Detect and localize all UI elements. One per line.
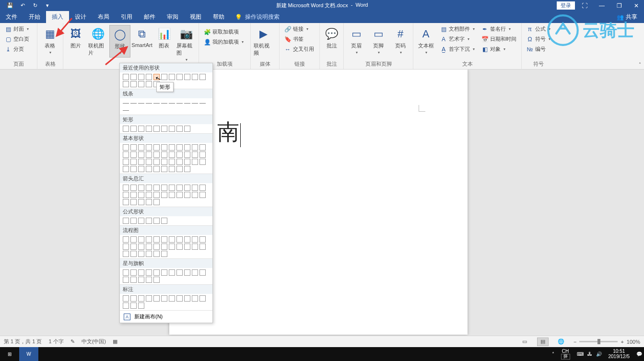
shape-option[interactable] [169, 236, 175, 243]
shape-option[interactable] [153, 144, 160, 151]
shape-option[interactable] [199, 144, 206, 151]
shape-option[interactable] [153, 159, 160, 165]
minimize-button[interactable]: — [594, 2, 609, 9]
shape-option[interactable] [184, 185, 190, 191]
tab-help[interactable]: 帮助 [207, 11, 230, 23]
word-count[interactable]: 1 个字 [48, 338, 63, 345]
shape-option[interactable] [176, 126, 183, 132]
shape-option[interactable] [192, 100, 198, 106]
shape-option[interactable] [161, 74, 167, 80]
shape-option[interactable] [161, 236, 167, 243]
shape-option[interactable] [123, 74, 129, 80]
number-button[interactable]: №编号 [525, 45, 552, 53]
language-indicator[interactable]: 中文(中国) [82, 338, 106, 345]
shape-option[interactable] [161, 126, 167, 132]
shape-option[interactable] [138, 74, 144, 80]
shapes-button[interactable]: ◯形状 [109, 25, 130, 58]
shape-option[interactable] [130, 303, 137, 309]
textbox-button[interactable]: A文本框 [415, 25, 436, 57]
shape-option[interactable] [138, 126, 144, 132]
shape-option[interactable] [169, 185, 175, 191]
shape-option[interactable] [123, 303, 129, 309]
shape-option[interactable] [123, 244, 129, 250]
chart-button[interactable]: 📊图表 [153, 25, 175, 51]
shape-option[interactable] [192, 192, 198, 198]
undo-button[interactable]: ↶ [19, 2, 26, 9]
my-addins-button[interactable]: 👤我的加载项 [202, 38, 246, 46]
shape-option[interactable] [146, 236, 152, 243]
shape-option[interactable] [130, 218, 137, 224]
shape-option[interactable] [138, 159, 144, 165]
shape-option[interactable] [130, 144, 137, 151]
shape-option[interactable] [130, 151, 137, 158]
shape-option[interactable] [123, 107, 129, 113]
page-break-button[interactable]: ⤓分页 [3, 45, 31, 53]
shape-option[interactable] [199, 100, 206, 106]
restore-button[interactable]: ❐ [611, 2, 627, 9]
shape-option[interactable] [192, 151, 198, 158]
link-button[interactable]: 🔗链接 [282, 25, 316, 33]
shape-option[interactable] [153, 126, 160, 132]
view-web-layout[interactable]: 🌐 [555, 338, 567, 346]
shape-option[interactable] [153, 192, 160, 198]
network-icon[interactable]: 🖧 [587, 351, 592, 357]
macro-indicator[interactable]: ▦ [113, 338, 117, 345]
shape-option[interactable] [130, 159, 137, 165]
document-area[interactable]: 南 [0, 70, 644, 347]
shape-option[interactable] [192, 144, 198, 151]
shape-option[interactable] [184, 236, 190, 243]
shape-option[interactable] [199, 192, 206, 198]
proofing-indicator[interactable]: ✎ [70, 338, 75, 345]
shape-option[interactable] [123, 269, 129, 276]
shape-option[interactable] [138, 144, 144, 151]
online-pictures-button[interactable]: 🌐联机图片 [87, 25, 108, 58]
shape-option[interactable] [199, 295, 206, 302]
shape-option[interactable] [130, 244, 137, 250]
shape-option[interactable] [123, 251, 129, 257]
shape-option[interactable] [153, 100, 160, 106]
tab-home[interactable]: 开始 [23, 11, 46, 23]
tab-design[interactable]: 设计 [69, 11, 92, 23]
table-button[interactable]: ▦ 表格 [39, 25, 60, 57]
shape-option[interactable] [176, 185, 183, 191]
shape-option[interactable] [146, 244, 152, 250]
tab-insert[interactable]: 插入 [46, 11, 69, 23]
tab-review[interactable]: 审阅 [161, 11, 184, 23]
shape-option[interactable] [153, 251, 160, 257]
ime-indicator[interactable]: CH 拼 [558, 349, 573, 360]
shape-option[interactable] [184, 74, 190, 80]
shape-option[interactable] [138, 295, 144, 302]
shape-option[interactable] [153, 185, 160, 191]
shape-option[interactable] [169, 151, 175, 158]
shape-option[interactable] [192, 185, 198, 191]
shape-option[interactable] [130, 185, 137, 191]
shape-option[interactable] [130, 126, 137, 132]
tray-overflow-button[interactable]: ˄ [552, 351, 554, 357]
shape-option[interactable] [176, 166, 183, 172]
shape-option[interactable] [146, 144, 152, 151]
shape-option[interactable] [138, 100, 144, 106]
shape-option[interactable] [146, 295, 152, 302]
shape-option[interactable] [138, 251, 144, 257]
share-button[interactable]: 👥 共享 [610, 11, 644, 23]
shape-option[interactable] [192, 74, 198, 80]
shape-option[interactable] [138, 244, 144, 250]
shape-option[interactable] [199, 269, 206, 276]
online-video-button[interactable]: ▶联机视频 [253, 25, 274, 58]
datetime-button[interactable]: 📅日期和时间 [480, 35, 518, 43]
qat-more-button[interactable]: ▾ [44, 2, 51, 9]
shape-option[interactable] [123, 236, 129, 243]
shape-option[interactable] [184, 159, 190, 165]
zoom-percent[interactable]: 100% [627, 339, 640, 345]
shape-option[interactable] [123, 100, 129, 106]
shape-option[interactable] [153, 166, 160, 172]
shape-option[interactable] [130, 100, 137, 106]
touch-keyboard-icon[interactable]: ⌨ [577, 351, 584, 357]
shape-option[interactable] [146, 100, 152, 106]
tab-layout[interactable]: 布局 [92, 11, 115, 23]
shape-option[interactable] [123, 151, 129, 158]
shape-option[interactable] [130, 277, 137, 283]
page[interactable]: 南 [169, 70, 468, 335]
shape-option[interactable] [138, 236, 144, 243]
shape-option[interactable] [123, 199, 129, 205]
